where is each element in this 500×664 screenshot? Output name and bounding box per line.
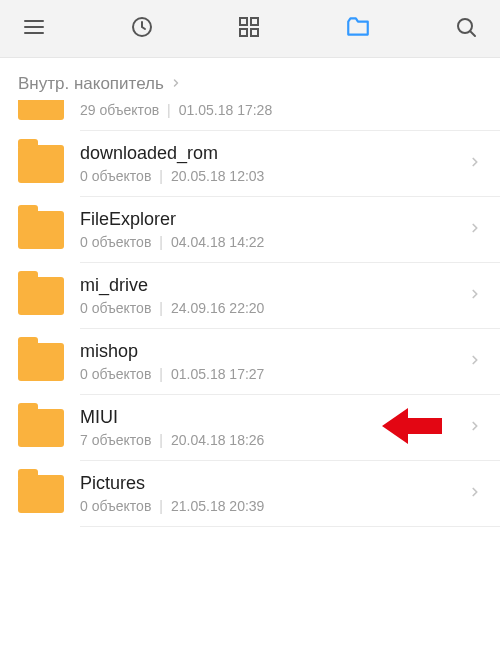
chevron-right-icon bbox=[468, 287, 482, 305]
search-icon[interactable] bbox=[454, 15, 478, 43]
meta-separator: | bbox=[159, 300, 163, 316]
folder-row[interactable]: MIUI7 объектов|20.04.18 18:26 bbox=[0, 395, 500, 460]
folder-row[interactable]: FileExplorer0 объектов|04.04.18 14:22 bbox=[0, 197, 500, 262]
folder-icon bbox=[18, 145, 64, 183]
folder-date: 01.05.18 17:27 bbox=[171, 366, 264, 382]
folder-row[interactable]: mi_drive0 объектов|24.09.16 22:20 bbox=[0, 263, 500, 328]
chevron-right-icon bbox=[170, 74, 182, 94]
folder-icon bbox=[18, 100, 64, 120]
folder-row[interactable]: mishop0 объектов|01.05.18 17:27 bbox=[0, 329, 500, 394]
folder-name: mi_drive bbox=[80, 275, 460, 296]
storage-icon[interactable] bbox=[345, 14, 371, 44]
row-body: downloaded_rom0 объектов|20.05.18 12:03 bbox=[80, 143, 460, 184]
chevron-right-icon bbox=[468, 155, 482, 173]
svg-line-9 bbox=[470, 31, 475, 36]
meta-separator: | bbox=[159, 432, 163, 448]
folder-icon bbox=[18, 211, 64, 249]
chevron-right-icon bbox=[468, 221, 482, 239]
meta-separator: | bbox=[159, 234, 163, 250]
svg-rect-5 bbox=[251, 18, 258, 25]
folder-date: 24.09.16 22:20 bbox=[171, 300, 264, 316]
folder-row[interactable]: Pictures0 объектов|21.05.18 20:39 bbox=[0, 461, 500, 526]
folder-icon bbox=[18, 409, 64, 447]
row-body: 29 объектов|01.05.18 17:28 bbox=[80, 102, 482, 118]
folder-name: mishop bbox=[80, 341, 460, 362]
chevron-right-icon bbox=[468, 419, 482, 437]
folder-count: 7 объектов bbox=[80, 432, 151, 448]
folder-name: Pictures bbox=[80, 473, 460, 494]
folder-date: 01.05.18 17:28 bbox=[179, 102, 272, 118]
svg-rect-4 bbox=[240, 18, 247, 25]
folder-row[interactable]: downloaded_rom0 объектов|20.05.18 12:03 bbox=[0, 131, 500, 196]
meta-separator: | bbox=[159, 366, 163, 382]
folder-list: 29 объектов|01.05.18 17:28downloaded_rom… bbox=[0, 100, 500, 527]
folder-count: 29 объектов bbox=[80, 102, 159, 118]
row-body: FileExplorer0 объектов|04.04.18 14:22 bbox=[80, 209, 460, 250]
chevron-right-icon bbox=[468, 485, 482, 503]
folder-date: 04.04.18 14:22 bbox=[171, 234, 264, 250]
meta-separator: | bbox=[167, 102, 171, 118]
folder-icon bbox=[18, 343, 64, 381]
row-body: Pictures0 объектов|21.05.18 20:39 bbox=[80, 473, 460, 514]
folder-date: 20.04.18 18:26 bbox=[171, 432, 264, 448]
folder-meta: 7 объектов|20.04.18 18:26 bbox=[80, 432, 460, 448]
menu-icon[interactable] bbox=[22, 15, 46, 43]
breadcrumb-label: Внутр. накопитель bbox=[18, 74, 164, 94]
folder-meta: 29 объектов|01.05.18 17:28 bbox=[80, 102, 482, 118]
meta-separator: | bbox=[159, 168, 163, 184]
folder-name: FileExplorer bbox=[80, 209, 460, 230]
folder-meta: 0 объектов|04.04.18 14:22 bbox=[80, 234, 460, 250]
folder-name: MIUI bbox=[80, 407, 460, 428]
folder-icon bbox=[18, 475, 64, 513]
folder-count: 0 объектов bbox=[80, 366, 151, 382]
row-body: MIUI7 объектов|20.04.18 18:26 bbox=[80, 407, 460, 448]
categories-icon[interactable] bbox=[237, 15, 261, 43]
folder-count: 0 объектов bbox=[80, 498, 151, 514]
svg-rect-6 bbox=[240, 29, 247, 36]
chevron-right-icon bbox=[468, 353, 482, 371]
folder-count: 0 объектов bbox=[80, 300, 151, 316]
row-body: mishop0 объектов|01.05.18 17:27 bbox=[80, 341, 460, 382]
breadcrumb[interactable]: Внутр. накопитель bbox=[0, 58, 500, 100]
folder-meta: 0 объектов|01.05.18 17:27 bbox=[80, 366, 460, 382]
folder-row[interactable]: 29 объектов|01.05.18 17:28 bbox=[0, 100, 500, 130]
row-body: mi_drive0 объектов|24.09.16 22:20 bbox=[80, 275, 460, 316]
folder-date: 20.05.18 12:03 bbox=[171, 168, 264, 184]
folder-meta: 0 объектов|20.05.18 12:03 bbox=[80, 168, 460, 184]
folder-meta: 0 объектов|24.09.16 22:20 bbox=[80, 300, 460, 316]
top-toolbar bbox=[0, 0, 500, 58]
row-divider bbox=[80, 526, 500, 527]
recent-icon[interactable] bbox=[130, 15, 154, 43]
folder-count: 0 объектов bbox=[80, 234, 151, 250]
folder-date: 21.05.18 20:39 bbox=[171, 498, 264, 514]
svg-rect-7 bbox=[251, 29, 258, 36]
folder-icon bbox=[18, 277, 64, 315]
folder-count: 0 объектов bbox=[80, 168, 151, 184]
meta-separator: | bbox=[159, 498, 163, 514]
folder-name: downloaded_rom bbox=[80, 143, 460, 164]
folder-meta: 0 объектов|21.05.18 20:39 bbox=[80, 498, 460, 514]
